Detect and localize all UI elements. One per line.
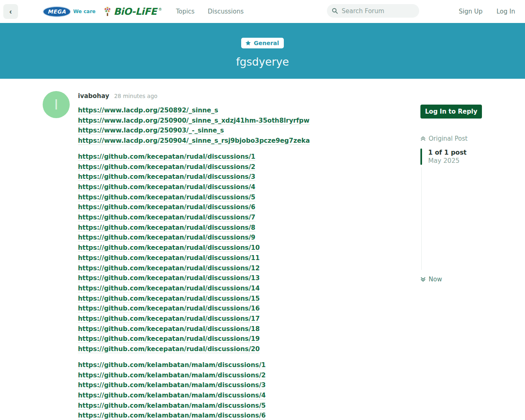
nav-discussions[interactable]: Discussions <box>208 8 244 15</box>
post-link-line: https://github.com/kecepatan/rudal/discu… <box>78 162 310 172</box>
discussion-hero: General fgsdyerye <box>0 23 525 79</box>
post-paragraph: https://github.com/kecepatan/rudal/discu… <box>78 152 310 354</box>
tag-label: General <box>254 40 279 46</box>
post-count: 1 of 1 post <box>428 148 467 157</box>
post-link-line: https://github.com/kecepatan/rudal/discu… <box>78 283 310 294</box>
post-link[interactable]: https://github.com/kecepatan/rudal/discu… <box>78 244 260 252</box>
post-link-line: https://www.lacdp.org/250903/_-_sinne_s <box>78 126 310 136</box>
post-link-line: https://github.com/kecepatan/rudal/discu… <box>78 202 310 212</box>
post-link-line: https://github.com/kecepatan/rudal/discu… <box>78 273 310 283</box>
post-link-line: https://github.com/kelambatan/malam/disc… <box>78 370 310 381</box>
original-post-link[interactable]: Original Post <box>420 135 516 142</box>
post-link[interactable]: https://github.com/kecepatan/rudal/discu… <box>78 163 256 171</box>
post-link-line: https://github.com/kelambatan/malam/disc… <box>78 411 310 420</box>
post-link[interactable]: https://github.com/kelambatan/malam/disc… <box>78 361 266 369</box>
post-paragraph: https://www.lacdp.org/250892/_sinne_shtt… <box>78 105 310 146</box>
avatar[interactable]: I <box>43 91 70 118</box>
post-link[interactable]: https://github.com/kecepatan/rudal/discu… <box>78 335 260 343</box>
post-main: ivabohay 28 minutes ago https://www.lacd… <box>78 91 310 420</box>
post-link[interactable]: https://github.com/kecepatan/rudal/discu… <box>78 153 256 161</box>
post-link-line: https://github.com/kecepatan/rudal/discu… <box>78 314 310 324</box>
now-label: Now <box>429 276 442 283</box>
scrubber-handle[interactable] <box>420 148 422 165</box>
biolife-logo: BiO-LiFE ® <box>103 6 162 17</box>
nav-topics[interactable]: Topics <box>176 8 195 15</box>
post-link-line: https://github.com/kecepatan/rudal/discu… <box>78 152 310 162</box>
tree-icon <box>103 6 112 17</box>
post-link[interactable]: https://github.com/kecepatan/rudal/discu… <box>78 265 260 272</box>
search-input[interactable] <box>342 7 407 15</box>
post-link-line: https://github.com/kecepatan/rudal/discu… <box>78 304 310 314</box>
post-paragraph: https://github.com/kelambatan/malam/disc… <box>78 360 310 420</box>
post-link[interactable]: https://github.com/kecepatan/rudal/discu… <box>78 173 256 181</box>
biolife-name: BiO-LiFE <box>114 6 157 17</box>
tag-badge-general[interactable]: General <box>241 38 284 48</box>
post-link-line: https://github.com/kecepatan/rudal/discu… <box>78 233 310 243</box>
post-link[interactable]: https://www.lacdp.org/250892/_sinne_s <box>78 107 218 114</box>
post-link[interactable]: https://github.com/kecepatan/rudal/discu… <box>78 274 260 282</box>
post-link[interactable]: https://github.com/kecepatan/rudal/discu… <box>78 224 256 232</box>
post-link[interactable]: https://github.com/kecepatan/rudal/discu… <box>78 214 256 221</box>
forum-logo[interactable]: MEGA We care BiO-LiFE ® <box>43 6 162 17</box>
post-link[interactable]: https://github.com/kecepatan/rudal/discu… <box>78 315 260 323</box>
post-scrubber[interactable]: 1 of 1 post May 2025 <box>420 148 516 165</box>
post-link[interactable]: https://github.com/kecepatan/rudal/discu… <box>78 183 256 191</box>
post-link[interactable]: https://github.com/kelambatan/malam/disc… <box>78 372 266 379</box>
now-link[interactable]: Now <box>420 276 516 283</box>
search-box[interactable] <box>327 4 419 18</box>
back-chevron-icon: ‹ <box>9 7 12 16</box>
post-link[interactable]: https://github.com/kecepatan/rudal/discu… <box>78 234 256 242</box>
registered-mark: ® <box>158 7 162 11</box>
avatar-letter: I <box>54 96 58 113</box>
post-link-line: https://github.com/kecepatan/rudal/discu… <box>78 334 310 344</box>
post-author[interactable]: ivabohay <box>78 92 109 100</box>
post-link[interactable]: https://github.com/kecepatan/rudal/discu… <box>78 194 256 201</box>
double-chevron-down-icon <box>420 276 426 282</box>
post-link[interactable]: https://github.com/kecepatan/rudal/discu… <box>78 203 256 211</box>
post-link-line: https://github.com/kecepatan/rudal/discu… <box>78 253 310 263</box>
post-link[interactable]: https://github.com/kelambatan/malam/disc… <box>78 412 266 420</box>
post-link-line: https://github.com/kelambatan/malam/disc… <box>78 380 310 390</box>
search-icon <box>332 8 338 14</box>
log-in-to-reply-button[interactable]: Log In to Reply <box>420 105 482 119</box>
post-timestamp[interactable]: 28 minutes ago <box>114 93 158 99</box>
post-link-line: https://github.com/kelambatan/malam/disc… <box>78 360 310 370</box>
post-link[interactable]: https://github.com/kelambatan/malam/disc… <box>78 392 266 399</box>
post-link-line: https://github.com/kecepatan/rudal/discu… <box>78 223 310 233</box>
sign-up-link[interactable]: Sign Up <box>459 8 483 15</box>
post-link-line: https://www.lacdp.org/250904/_sinne_s_rs… <box>78 136 310 146</box>
post-link-line: https://www.lacdp.org/250900/_sinne_s_xd… <box>78 116 310 126</box>
original-post-label: Original Post <box>429 135 468 142</box>
post-link-line: https://www.lacdp.org/250892/_sinne_s <box>78 105 310 116</box>
post-link-line: https://github.com/kecepatan/rudal/discu… <box>78 294 310 304</box>
scrubber-info: 1 of 1 post May 2025 <box>428 148 467 165</box>
post-link-line: https://github.com/kecepatan/rudal/discu… <box>78 243 310 253</box>
post-link-line: https://github.com/kecepatan/rudal/discu… <box>78 324 310 334</box>
post-link-line: https://github.com/kelambatan/malam/disc… <box>78 390 310 401</box>
post-link[interactable]: https://github.com/kecepatan/rudal/discu… <box>78 325 260 333</box>
auth-links: Sign Up Log In <box>459 0 516 23</box>
back-button[interactable]: ‹ <box>3 4 18 19</box>
post-body: https://www.lacdp.org/250892/_sinne_shtt… <box>78 105 310 420</box>
post-link[interactable]: https://www.lacdp.org/250904/_sinne_s_rs… <box>78 137 310 145</box>
post-link[interactable]: https://github.com/kecepatan/rudal/discu… <box>78 295 260 303</box>
post-link[interactable]: https://github.com/kecepatan/rudal/discu… <box>78 305 260 313</box>
content-area: I ivabohay 28 minutes ago https://www.la… <box>0 91 525 420</box>
wecare-label: We care <box>73 9 96 14</box>
post-link[interactable]: https://www.lacdp.org/250903/_-_sinne_s <box>78 127 224 135</box>
post-link-line: https://github.com/kecepatan/rudal/discu… <box>78 263 310 274</box>
post-link-line: https://github.com/kelambatan/malam/disc… <box>78 401 310 411</box>
post-link-line: https://github.com/kecepatan/rudal/discu… <box>78 212 310 223</box>
post-link[interactable]: https://github.com/kelambatan/malam/disc… <box>78 381 266 389</box>
scrubber-track-line <box>421 167 422 270</box>
post-link[interactable]: https://github.com/kecepatan/rudal/discu… <box>78 254 260 262</box>
post: I ivabohay 28 minutes ago https://www.la… <box>43 91 367 420</box>
post-link[interactable]: https://github.com/kelambatan/malam/disc… <box>78 402 266 410</box>
post-link[interactable]: https://www.lacdp.org/250900/_sinne_s_xd… <box>78 117 310 125</box>
post-link[interactable]: https://github.com/kecepatan/rudal/discu… <box>78 285 260 292</box>
post-link-line: https://github.com/kecepatan/rudal/discu… <box>78 344 310 354</box>
log-in-link[interactable]: Log In <box>497 8 516 15</box>
main-nav: Topics Discussions <box>176 8 244 15</box>
post-link-line: https://github.com/kecepatan/rudal/discu… <box>78 192 310 203</box>
post-link[interactable]: https://github.com/kecepatan/rudal/discu… <box>78 345 260 353</box>
